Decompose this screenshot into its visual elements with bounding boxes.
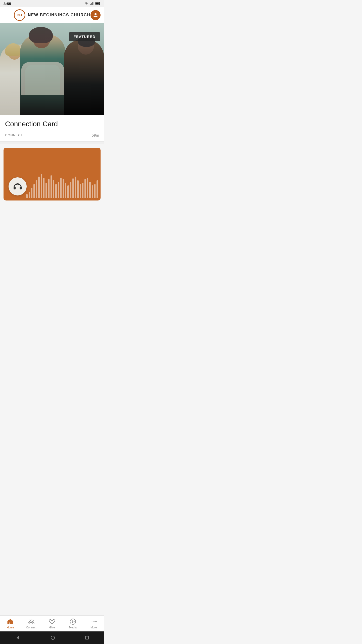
waveform-bar: [80, 184, 81, 198]
waveform-bar: [48, 179, 50, 198]
header: NB NEW BEGINNINGS CHURCH: [0, 7, 104, 23]
svg-rect-2: [92, 2, 93, 5]
waveform-bar: [33, 184, 35, 198]
svg-rect-0: [90, 4, 90, 5]
waveform-bar: [26, 194, 28, 198]
waveform-bar: [70, 182, 71, 198]
page-content: FEATURED Connection Card CONNECT 59m: [0, 23, 104, 233]
signal-icon: [90, 2, 94, 5]
svg-rect-6: [96, 3, 99, 5]
header-logo: NB NEW BEGINNINGS CHURCH: [14, 9, 90, 21]
waveform-bar: [87, 178, 88, 198]
card-time-ago: 59m: [92, 133, 99, 137]
featured-badge: FEATURED: [69, 32, 100, 41]
waveform-bar: [43, 178, 45, 198]
waveform-bar: [51, 175, 52, 198]
waveform-bar: [94, 184, 96, 198]
logo-nb-text: NB: [17, 13, 22, 17]
waveform-bar: [77, 180, 79, 198]
status-icons: [84, 2, 101, 5]
card-category: CONNECT: [5, 133, 23, 137]
svg-rect-3: [93, 2, 94, 5]
avatar-circle: [90, 10, 101, 20]
waveform-bar: [58, 182, 59, 198]
waveform-bar: [41, 174, 42, 198]
card-title: Connection Card: [5, 120, 99, 128]
status-bar: 3:55: [0, 0, 104, 7]
waveform-bar: [46, 183, 47, 198]
waveform-bar: [55, 184, 57, 198]
waveform-bar: [75, 177, 76, 198]
headphones-button[interactable]: [9, 177, 27, 195]
svg-rect-1: [91, 3, 92, 5]
connection-card-section[interactable]: Connection Card CONNECT 59m: [0, 115, 104, 142]
audio-section[interactable]: [4, 148, 101, 200]
waveform-bar: [38, 177, 40, 198]
hero-image[interactable]: FEATURED: [0, 23, 104, 115]
status-time: 3:55: [4, 2, 11, 6]
card-meta: CONNECT 59m: [5, 133, 99, 137]
waveform-bar: [97, 180, 98, 198]
waveform-bar: [89, 182, 91, 198]
waveform-bar: [53, 180, 54, 198]
waveform-bar: [29, 192, 30, 198]
battery-icon: [95, 2, 101, 5]
waveform-bar: [72, 178, 74, 198]
waveform-bar: [67, 185, 69, 198]
waveform-bar: [82, 183, 83, 198]
headphones-icon: [13, 182, 22, 190]
wifi-icon: [84, 2, 88, 5]
logo-circle: NB: [14, 9, 25, 21]
waveform-bar: [31, 188, 32, 198]
waveform: [24, 160, 101, 200]
section-divider: [0, 142, 104, 144]
waveform-bar: [65, 183, 67, 198]
svg-point-7: [95, 13, 97, 15]
svg-rect-5: [100, 3, 101, 4]
waveform-bar: [63, 179, 64, 198]
app-name: NEW BEGINNINGS CHURCH: [28, 13, 90, 17]
waveform-bar: [60, 178, 62, 198]
waveform-bar: [36, 180, 37, 198]
person-icon: [93, 12, 99, 18]
profile-avatar-button[interactable]: [90, 10, 101, 20]
waveform-bar: [92, 185, 93, 198]
waveform-bar: [84, 179, 86, 198]
